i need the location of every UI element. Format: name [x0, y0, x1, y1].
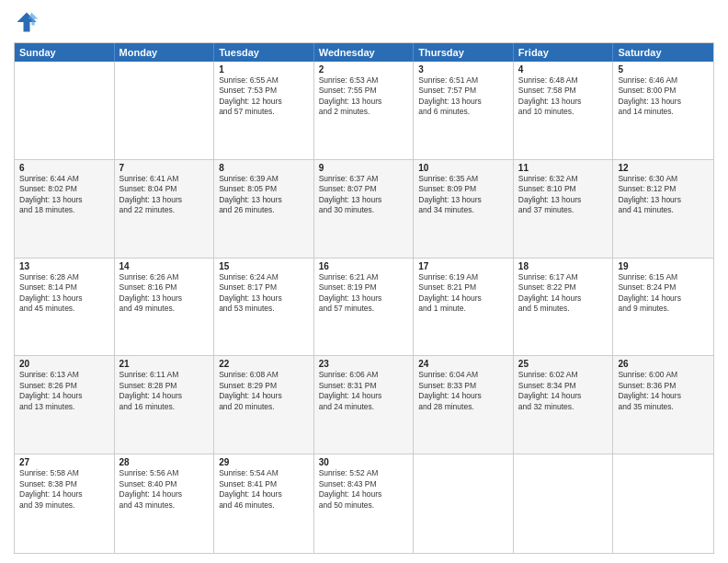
header-day-tuesday: Tuesday — [214, 43, 314, 62]
cal-cell: 24Sunrise: 6:04 AM Sunset: 8:33 PM Dayli… — [414, 356, 514, 454]
day-number: 8 — [219, 163, 309, 173]
day-number: 19 — [618, 261, 709, 271]
day-info: Sunrise: 6:06 AM Sunset: 8:31 PM Dayligh… — [319, 370, 409, 412]
header-day-wednesday: Wednesday — [314, 43, 415, 62]
cal-cell: 23Sunrise: 6:06 AM Sunset: 8:31 PM Dayli… — [314, 356, 415, 454]
cal-cell: 9Sunrise: 6:37 AM Sunset: 8:07 PM Daylig… — [314, 160, 415, 258]
week-row-1: 1Sunrise: 6:55 AM Sunset: 7:53 PM Daylig… — [15, 62, 713, 160]
header-day-sunday: Sunday — [15, 43, 115, 62]
cal-cell: 30Sunrise: 5:52 AM Sunset: 8:43 PM Dayli… — [314, 454, 415, 553]
cal-cell: 10Sunrise: 6:35 AM Sunset: 8:09 PM Dayli… — [414, 160, 514, 258]
week-row-2: 6Sunrise: 6:44 AM Sunset: 8:02 PM Daylig… — [15, 160, 713, 259]
day-info: Sunrise: 6:26 AM Sunset: 8:16 PM Dayligh… — [119, 272, 210, 315]
cal-cell: 7Sunrise: 6:41 AM Sunset: 8:04 PM Daylig… — [115, 160, 215, 258]
day-info: Sunrise: 6:08 AM Sunset: 8:29 PM Dayligh… — [219, 370, 309, 412]
header-day-friday: Friday — [514, 43, 614, 62]
day-number: 27 — [19, 457, 109, 467]
cal-cell: 18Sunrise: 6:17 AM Sunset: 8:22 PM Dayli… — [514, 259, 614, 356]
cal-cell: 6Sunrise: 6:44 AM Sunset: 8:02 PM Daylig… — [15, 160, 115, 258]
day-info: Sunrise: 6:41 AM Sunset: 8:04 PM Dayligh… — [119, 174, 210, 216]
cal-cell: 21Sunrise: 6:11 AM Sunset: 8:28 PM Dayli… — [115, 356, 215, 454]
cal-cell: 14Sunrise: 6:26 AM Sunset: 8:16 PM Dayli… — [115, 259, 215, 356]
day-number: 7 — [119, 163, 210, 173]
cal-cell: 5Sunrise: 6:46 AM Sunset: 8:00 PM Daylig… — [613, 62, 713, 159]
day-info: Sunrise: 6:28 AM Sunset: 8:14 PM Dayligh… — [19, 272, 109, 315]
cal-cell: 26Sunrise: 6:00 AM Sunset: 8:36 PM Dayli… — [613, 356, 713, 454]
day-info: Sunrise: 6:17 AM Sunset: 8:22 PM Dayligh… — [518, 272, 609, 315]
day-number: 29 — [219, 457, 309, 467]
cal-cell — [15, 62, 115, 159]
day-info: Sunrise: 6:19 AM Sunset: 8:21 PM Dayligh… — [418, 272, 508, 315]
day-info: Sunrise: 6:39 AM Sunset: 8:05 PM Dayligh… — [219, 174, 309, 216]
cal-cell: 11Sunrise: 6:32 AM Sunset: 8:10 PM Dayli… — [514, 160, 614, 258]
calendar: SundayMondayTuesdayWednesdayThursdayFrid… — [14, 42, 714, 554]
cal-cell: 4Sunrise: 6:48 AM Sunset: 7:58 PM Daylig… — [514, 62, 614, 159]
header-day-saturday: Saturday — [613, 43, 713, 62]
day-info: Sunrise: 6:02 AM Sunset: 8:34 PM Dayligh… — [518, 370, 609, 412]
day-number: 1 — [219, 64, 309, 75]
cal-cell: 13Sunrise: 6:28 AM Sunset: 8:14 PM Dayli… — [15, 259, 115, 356]
day-number: 5 — [618, 64, 709, 75]
day-number: 22 — [219, 359, 309, 369]
cal-cell: 3Sunrise: 6:51 AM Sunset: 7:57 PM Daylig… — [414, 62, 514, 159]
day-number: 6 — [19, 163, 109, 173]
day-info: Sunrise: 6:21 AM Sunset: 8:19 PM Dayligh… — [319, 272, 409, 315]
day-number: 23 — [319, 359, 409, 369]
cal-cell: 15Sunrise: 6:24 AM Sunset: 8:17 PM Dayli… — [214, 259, 314, 356]
cal-cell — [115, 62, 215, 159]
header-day-monday: Monday — [115, 43, 215, 62]
day-info: Sunrise: 6:35 AM Sunset: 8:09 PM Dayligh… — [418, 174, 508, 216]
day-info: Sunrise: 6:32 AM Sunset: 8:10 PM Dayligh… — [518, 174, 609, 216]
cal-cell: 29Sunrise: 5:54 AM Sunset: 8:41 PM Dayli… — [214, 454, 314, 553]
cal-cell — [613, 454, 713, 553]
cal-cell: 8Sunrise: 6:39 AM Sunset: 8:05 PM Daylig… — [214, 160, 314, 258]
day-number: 17 — [418, 261, 508, 271]
day-number: 2 — [319, 64, 409, 75]
week-row-3: 13Sunrise: 6:28 AM Sunset: 8:14 PM Dayli… — [15, 259, 713, 357]
day-number: 9 — [319, 163, 409, 173]
cal-cell: 20Sunrise: 6:13 AM Sunset: 8:26 PM Dayli… — [15, 356, 115, 454]
cal-cell: 17Sunrise: 6:19 AM Sunset: 8:21 PM Dayli… — [414, 259, 514, 356]
day-number: 11 — [518, 163, 609, 173]
day-info: Sunrise: 6:13 AM Sunset: 8:26 PM Dayligh… — [19, 370, 109, 412]
day-number: 14 — [119, 261, 210, 271]
day-info: Sunrise: 6:55 AM Sunset: 7:53 PM Dayligh… — [219, 75, 309, 118]
day-info: Sunrise: 6:48 AM Sunset: 7:58 PM Dayligh… — [518, 75, 609, 118]
day-number: 20 — [19, 359, 109, 369]
day-number: 4 — [518, 64, 609, 75]
cal-cell: 16Sunrise: 6:21 AM Sunset: 8:19 PM Dayli… — [314, 259, 415, 356]
day-number: 18 — [518, 261, 609, 271]
week-row-4: 20Sunrise: 6:13 AM Sunset: 8:26 PM Dayli… — [15, 356, 713, 454]
cal-cell: 19Sunrise: 6:15 AM Sunset: 8:24 PM Dayli… — [613, 259, 713, 356]
cal-cell: 22Sunrise: 6:08 AM Sunset: 8:29 PM Dayli… — [214, 356, 314, 454]
day-info: Sunrise: 6:46 AM Sunset: 8:00 PM Dayligh… — [618, 75, 709, 118]
day-number: 15 — [219, 261, 309, 271]
day-info: Sunrise: 6:15 AM Sunset: 8:24 PM Dayligh… — [618, 272, 709, 315]
logo-icon — [14, 9, 40, 35]
calendar-body: 1Sunrise: 6:55 AM Sunset: 7:53 PM Daylig… — [15, 62, 713, 553]
day-info: Sunrise: 6:53 AM Sunset: 7:55 PM Dayligh… — [319, 75, 409, 118]
day-number: 3 — [418, 64, 508, 75]
cal-cell: 2Sunrise: 6:53 AM Sunset: 7:55 PM Daylig… — [314, 62, 415, 159]
cal-cell: 28Sunrise: 5:56 AM Sunset: 8:40 PM Dayli… — [115, 454, 215, 553]
logo — [14, 9, 43, 35]
cal-cell — [414, 454, 514, 553]
page: SundayMondayTuesdayWednesdayThursdayFrid… — [0, 0, 728, 563]
day-info: Sunrise: 5:52 AM Sunset: 8:43 PM Dayligh… — [319, 468, 409, 511]
day-number: 13 — [19, 261, 109, 271]
day-info: Sunrise: 6:11 AM Sunset: 8:28 PM Dayligh… — [119, 370, 210, 412]
day-info: Sunrise: 6:04 AM Sunset: 8:33 PM Dayligh… — [418, 370, 508, 412]
day-number: 30 — [319, 457, 409, 467]
day-info: Sunrise: 6:37 AM Sunset: 8:07 PM Dayligh… — [319, 174, 409, 216]
cal-cell: 25Sunrise: 6:02 AM Sunset: 8:34 PM Dayli… — [514, 356, 614, 454]
cal-cell — [514, 454, 614, 553]
day-number: 28 — [119, 457, 210, 467]
cal-cell: 27Sunrise: 5:58 AM Sunset: 8:38 PM Dayli… — [15, 454, 115, 553]
day-info: Sunrise: 6:51 AM Sunset: 7:57 PM Dayligh… — [418, 75, 508, 118]
day-number: 25 — [518, 359, 609, 369]
day-info: Sunrise: 5:58 AM Sunset: 8:38 PM Dayligh… — [19, 468, 109, 511]
cal-cell: 1Sunrise: 6:55 AM Sunset: 7:53 PM Daylig… — [214, 62, 314, 159]
day-number: 12 — [618, 163, 709, 173]
day-info: Sunrise: 5:54 AM Sunset: 8:41 PM Dayligh… — [219, 468, 309, 511]
header-day-thursday: Thursday — [414, 43, 514, 62]
